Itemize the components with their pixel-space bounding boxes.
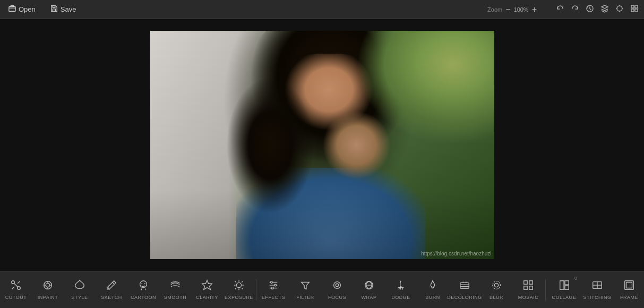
smooth-icon xyxy=(169,279,181,293)
tool-wrap[interactable]: WRAP xyxy=(353,271,385,309)
sketch-icon xyxy=(106,279,117,293)
burn-icon xyxy=(427,279,439,293)
collage-count: 0 xyxy=(574,276,577,281)
svg-rect-1 xyxy=(53,9,55,11)
svg-rect-50 xyxy=(560,281,563,290)
tool-mosaic[interactable]: MOSAIC xyxy=(512,271,544,309)
zoom-control: Zoom − 100% + xyxy=(487,5,537,14)
history-icon[interactable] xyxy=(586,4,594,15)
right-icons xyxy=(556,4,639,15)
effects-icon xyxy=(268,279,279,293)
tool-smooth[interactable]: SMOOTH xyxy=(159,271,191,309)
stitching-icon xyxy=(591,279,603,293)
svg-rect-0 xyxy=(9,7,15,12)
tool-frame[interactable]: FRAME xyxy=(613,271,644,309)
tool-blur[interactable]: BLUR xyxy=(480,271,512,309)
tool-stitching[interactable]: STITCHING xyxy=(581,271,613,309)
cartoon-label: CARTOON xyxy=(131,295,156,300)
svg-rect-9 xyxy=(631,5,634,8)
svg-rect-2 xyxy=(53,6,55,8)
effects-label: EFFECTS xyxy=(262,295,286,300)
tool-focus[interactable]: FOCUS xyxy=(321,271,353,309)
svg-rect-43 xyxy=(460,283,469,288)
svg-point-37 xyxy=(274,284,277,286)
cutout-icon xyxy=(10,279,22,293)
dodge-label: DODGE xyxy=(391,295,410,300)
tool-inpaint[interactable]: INPAINT xyxy=(32,271,64,309)
wrap-icon xyxy=(363,279,375,293)
svg-line-31 xyxy=(242,281,243,283)
mosaic-label: MOSAIC xyxy=(518,295,539,300)
layers-icon[interactable] xyxy=(600,4,609,15)
burn-label: BURN xyxy=(425,295,440,300)
focus-label: FOCUS xyxy=(328,295,346,300)
open-button[interactable]: Open xyxy=(5,3,39,16)
svg-point-45 xyxy=(494,283,498,287)
svg-rect-57 xyxy=(626,283,632,288)
tool-clarity[interactable]: CLARITY xyxy=(191,271,223,309)
tool-collage[interactable]: 0 COLLAGE xyxy=(547,271,581,309)
top-toolbar: Open Save Zoom − 100% + xyxy=(0,0,644,19)
decoloring-label: DECOLORING xyxy=(447,295,482,300)
divider-2 xyxy=(545,279,546,301)
redo-button[interactable] xyxy=(571,4,579,15)
bottom-toolbar: CUTOUT INPAINT STYLE SKETCH CARTOON SMOO… xyxy=(0,271,644,308)
inpaint-label: INPAINT xyxy=(38,295,58,300)
tool-burn[interactable]: BURN xyxy=(417,271,449,309)
blur-icon xyxy=(491,279,502,293)
inpaint-icon xyxy=(42,279,54,293)
tool-filter[interactable]: FILTER xyxy=(289,271,321,309)
watermark: https://blog.csdn.net/haozhuzi xyxy=(421,251,491,256)
stitching-label: STITCHING xyxy=(583,295,612,300)
tool-cartoon[interactable]: CARTOON xyxy=(127,271,159,309)
svg-rect-12 xyxy=(635,9,638,12)
tool-dodge[interactable]: DODGE xyxy=(385,271,417,309)
cartoon-icon xyxy=(138,279,149,293)
svg-point-4 xyxy=(617,6,622,11)
svg-point-24 xyxy=(236,283,241,287)
smooth-label: SMOOTH xyxy=(164,295,187,300)
sketch-label: SKETCH xyxy=(101,295,122,300)
svg-point-13 xyxy=(12,281,15,284)
open-icon xyxy=(8,5,16,14)
open-label: Open xyxy=(19,5,36,13)
style-icon xyxy=(74,279,85,293)
wrap-label: WRAP xyxy=(362,295,377,300)
target-icon[interactable] xyxy=(615,4,624,15)
svg-rect-51 xyxy=(564,281,568,285)
zoom-title-label: Zoom xyxy=(487,6,502,13)
undo-button[interactable] xyxy=(556,4,564,15)
tool-sketch[interactable]: SKETCH xyxy=(96,271,127,309)
svg-rect-48 xyxy=(524,286,527,289)
tool-cutout[interactable]: CUTOUT xyxy=(0,271,32,309)
zoom-out-button[interactable]: − xyxy=(505,5,510,14)
dodge-icon xyxy=(395,279,407,293)
svg-line-30 xyxy=(242,288,243,289)
tool-exposure[interactable]: EXPOSURE xyxy=(223,271,255,309)
save-button[interactable]: Save xyxy=(47,3,80,16)
style-label: STYLE xyxy=(71,295,88,300)
tool-style[interactable]: STYLE xyxy=(64,271,96,309)
collage-label: COLLAGE xyxy=(552,295,576,300)
svg-line-29 xyxy=(235,281,236,283)
svg-point-40 xyxy=(336,284,339,287)
zoom-value: 100% xyxy=(514,6,529,13)
filter-icon xyxy=(299,279,311,293)
exposure-icon xyxy=(233,279,245,293)
svg-point-39 xyxy=(334,282,341,289)
svg-rect-49 xyxy=(529,286,533,289)
svg-rect-11 xyxy=(631,9,634,12)
clarity-icon xyxy=(201,279,213,293)
filter-label: FILTER xyxy=(296,295,314,300)
svg-point-36 xyxy=(271,281,273,284)
divider-1 xyxy=(256,279,256,301)
tool-decoloring[interactable]: DECOLORING xyxy=(449,271,480,309)
photo-canvas[interactable]: https://blog.csdn.net/haozhuzi xyxy=(150,31,494,259)
zoom-in-button[interactable]: + xyxy=(532,5,537,14)
svg-point-38 xyxy=(271,287,273,289)
tool-effects[interactable]: EFFECTS xyxy=(257,271,289,309)
svg-point-44 xyxy=(493,281,501,289)
decoloring-icon xyxy=(459,279,470,293)
blur-label: BLUR xyxy=(490,295,503,300)
grid-icon[interactable] xyxy=(630,4,639,15)
